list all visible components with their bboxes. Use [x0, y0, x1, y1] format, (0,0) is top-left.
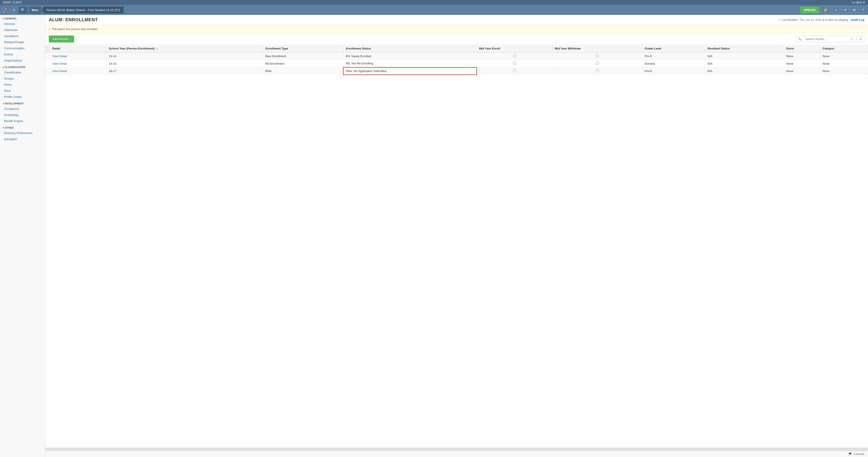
cell-detail[interactable]: View Detail [50, 67, 106, 75]
col-mid-year-enroll[interactable]: Mid Year Enroll [477, 45, 553, 52]
grid-button[interactable]: ⊞ [850, 6, 858, 13]
update-button[interactable]: UPDATE [800, 6, 819, 13]
cell-dorm: None [784, 67, 820, 75]
plus-button[interactable]: ＋ [832, 6, 840, 13]
sidebar-section-other[interactable]: OTHER [0, 124, 45, 130]
col-dorm[interactable]: Dorm [784, 45, 820, 52]
cell-mid-year-withdraw[interactable] [553, 52, 643, 60]
mid-year-enroll-checkbox[interactable] [513, 69, 516, 72]
table-wrapper: Detail School Year (Person Enrollment) ↑… [45, 45, 868, 448]
row-selector [45, 60, 50, 67]
table-row: View Detail13-14New EnrollmentEN: Newly … [45, 52, 868, 60]
info-banner: ℹ The years this person was enrolled [45, 25, 868, 33]
mid-year-enroll-checkbox[interactable] [513, 54, 516, 57]
sidebar-item-groups[interactable]: Groups [0, 75, 45, 82]
sidebar-item-events[interactable]: Events [0, 51, 45, 57]
search-button[interactable]: 🔍 [19, 6, 28, 13]
cell-enrollment-type: RNA [263, 67, 343, 75]
sidebar-item-general[interactable]: General [0, 21, 45, 27]
sidebar-item-profile-codes[interactable]: Profile Codes [0, 94, 45, 100]
scrollbar[interactable] [45, 448, 868, 451]
sidebar-item-directory-preferences[interactable]: Directory Preferences [0, 130, 45, 136]
cell-grade-level: Pre-K [642, 67, 705, 75]
mid-year-enroll-checkbox[interactable] [513, 62, 516, 65]
cell-mid-year-withdraw[interactable] [553, 67, 643, 75]
col-enrollment-status[interactable]: Enrollment Status [343, 45, 477, 52]
help-button[interactable]: ? [860, 6, 866, 13]
sidebar-section-classification[interactable]: CLASSIFICATION [0, 63, 45, 69]
cell-campus: None [820, 67, 868, 75]
flag-icon: 🏴 [848, 453, 852, 456]
external-link-button[interactable]: ↗ [857, 36, 864, 42]
user-label[interactable]: vc.client ▼ [852, 1, 865, 4]
col-enrollment-type[interactable]: Enrollment Type [263, 45, 343, 52]
content-area: ALUM: ENROLLMENT ⏱ Last Modified: Thu, J… [45, 15, 868, 457]
search-box: 🔍 ✕ [796, 36, 855, 42]
history-button[interactable]: ↺ [841, 6, 849, 13]
cell-dorm: None [784, 52, 820, 60]
col-selector [45, 45, 50, 52]
sidebar-item-salutations[interactable]: Salutations [0, 33, 45, 39]
search-icon: 🔍 [796, 36, 803, 42]
sidebar-item-education[interactable]: Education [0, 136, 45, 142]
table-header-row: Detail School Year (Person Enrollment) ↑… [45, 45, 868, 52]
last-modified: ⏱ Last Modified: Thu, Jun 14, 2018 at 9:… [778, 18, 848, 22]
sidebar-item-related-people[interactable]: Related People [0, 39, 45, 45]
cell-mid-year-enroll[interactable] [477, 60, 553, 67]
cell-detail[interactable]: View Detail [50, 60, 106, 67]
cell-enrollment-type: Re-Enrollment [263, 60, 343, 67]
info-icon: ℹ [49, 27, 50, 31]
col-detail[interactable]: Detail [50, 45, 106, 52]
sidebar-section-development[interactable]: DEVELOPMENT [0, 100, 45, 106]
sidebar-item-addresses[interactable]: Addresses [0, 27, 45, 33]
view-detail-link[interactable]: View Detail [52, 62, 67, 65]
cell-school-year: 13-14 [106, 52, 263, 60]
mid-year-withdraw-checkbox[interactable] [596, 54, 599, 57]
cell-campus: None [820, 52, 868, 60]
lightning-button[interactable]: ⚡ [820, 6, 831, 14]
clear-icon[interactable]: ✕ [848, 36, 855, 42]
view-detail-link[interactable]: View Detail [52, 69, 67, 73]
table-body: View Detail13-14New EnrollmentEN: Newly … [45, 52, 868, 75]
audit-log-link[interactable]: Audit Log [850, 18, 864, 22]
search-input[interactable] [803, 36, 848, 42]
cell-grade-level: Pre-K [642, 52, 705, 60]
cell-school-year: 14-15 [106, 60, 263, 67]
col-resident-status[interactable]: Resident Status [705, 45, 784, 52]
sidebar-item-classification[interactable]: Classification [0, 69, 45, 75]
view-detail-link[interactable]: View Detail [52, 55, 67, 58]
rocket-icon[interactable]: 🚀 [2, 6, 9, 13]
cell-enrollment-status: RE: Not Re-Enrolling [343, 60, 477, 67]
sidebar-item-roles[interactable]: Roles [0, 82, 45, 88]
sidebar-item-constituent[interactable]: Constituent [0, 106, 45, 112]
sidebar-section-general[interactable]: GENERAL [0, 15, 45, 21]
col-campus[interactable]: Campus [820, 45, 868, 52]
top-bar: DEMO: CLIENT vc.client ▼ [0, 0, 868, 5]
main-tab[interactable]: Main [29, 6, 41, 13]
page-title: ALUM: ENROLLMENT [49, 17, 98, 22]
sidebar-item-screenings[interactable]: Screenings [0, 112, 45, 118]
sidebar-item-organizations[interactable]: Organizations [0, 57, 45, 63]
col-school-year[interactable]: School Year (Person Enrollment) ↑1 [106, 45, 263, 52]
table-row: View Detail14-15Re-EnrollmentRE: Not Re-… [45, 60, 868, 67]
sidebar: GENERALGeneralAddressesSalutationsRelate… [0, 15, 45, 457]
info-text: The years this person was enrolled [52, 27, 97, 31]
row-selector [45, 67, 50, 75]
sidebar-item-wealth-engine[interactable]: Wealth Engine [0, 118, 45, 124]
add-record-button[interactable]: Add Record... [49, 35, 74, 42]
sidebar-item-communication[interactable]: Communication [0, 45, 45, 51]
cell-dorm: None [784, 60, 820, 67]
sidebar-item-race[interactable]: Race [0, 88, 45, 94]
cell-detail[interactable]: View Detail [50, 52, 106, 60]
cell-campus: None [820, 60, 868, 67]
mid-year-withdraw-checkbox[interactable] [596, 62, 599, 65]
table-row: View Detail16-17RNARNA: No Application S… [45, 67, 868, 75]
cell-mid-year-withdraw[interactable] [553, 60, 643, 67]
cell-mid-year-enroll[interactable] [477, 67, 553, 75]
record-count: 3 records [853, 453, 864, 456]
star-icon[interactable]: ☆ [11, 6, 17, 13]
col-grade-level[interactable]: Grade Level [642, 45, 705, 52]
cell-mid-year-enroll[interactable] [477, 52, 553, 60]
mid-year-withdraw-checkbox[interactable] [596, 69, 599, 72]
col-mid-year-withdraw[interactable]: Mid Year Withdraw [553, 45, 643, 52]
